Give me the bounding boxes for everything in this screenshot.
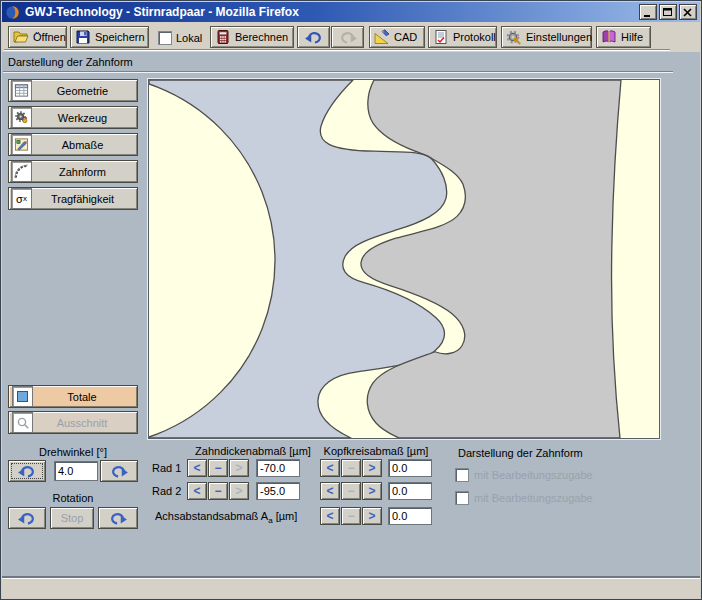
status-bar bbox=[2, 578, 700, 598]
spinner-minus-glyph: − bbox=[214, 461, 221, 475]
settings-button[interactable]: Einstellungen bbox=[501, 26, 592, 48]
undo-icon bbox=[304, 30, 324, 45]
sidebar-item-werkzeug[interactable]: Werkzeug bbox=[8, 106, 138, 129]
spinner-minus-glyph: − bbox=[347, 509, 354, 523]
rad1-kopfkreis-decrease-button[interactable]: < bbox=[320, 459, 340, 477]
rad2-zahndicke-increase-button[interactable]: > bbox=[229, 482, 249, 500]
achsabstand-input[interactable] bbox=[388, 507, 432, 525]
bearbeitungszugabe-1-checkbox[interactable] bbox=[455, 468, 469, 482]
maximize-icon bbox=[663, 8, 673, 17]
minimize-button[interactable] bbox=[639, 4, 657, 20]
local-checkbox[interactable] bbox=[158, 31, 172, 45]
spinner-left-glyph: < bbox=[326, 509, 333, 523]
drehwinkel-label: Drehwinkel [°] bbox=[8, 446, 138, 458]
spinner-right-glyph: > bbox=[368, 461, 375, 475]
save-floppy-icon bbox=[75, 29, 91, 45]
close-button[interactable] bbox=[679, 4, 697, 20]
rad2-zahndicke-reset-button[interactable]: − bbox=[208, 482, 228, 500]
bearbeitungszugabe-2-checkbox[interactable] bbox=[455, 491, 469, 505]
rotate-cw-icon bbox=[109, 464, 129, 479]
gear-mesh-drawing bbox=[149, 80, 659, 438]
achsabstand-reset-button[interactable]: − bbox=[341, 507, 361, 525]
rotate-ccw-icon bbox=[17, 464, 37, 479]
cad-label: CAD bbox=[394, 31, 417, 43]
rad1-zahndicke-increase-button[interactable]: > bbox=[229, 459, 249, 477]
rad2-kopfkreis-decrease-button[interactable]: < bbox=[320, 482, 340, 500]
spinner-minus-glyph: − bbox=[214, 484, 221, 498]
magnifier-icon bbox=[12, 412, 33, 433]
tooth-form-icon bbox=[11, 161, 32, 182]
drehwinkel-input[interactable] bbox=[54, 461, 98, 481]
sidebar-item-abmasse[interactable]: Abmaße bbox=[8, 133, 138, 156]
rad2-zahndicke-input[interactable] bbox=[256, 482, 300, 500]
open-folder-icon bbox=[13, 29, 29, 45]
achsabstand-decrease-button[interactable]: < bbox=[320, 507, 340, 525]
calculate-label: Berechnen bbox=[235, 31, 288, 43]
help-button[interactable]: Hilfe bbox=[596, 26, 651, 48]
save-button[interactable]: Speichern bbox=[70, 26, 149, 48]
tolerances-icon bbox=[11, 134, 32, 155]
rotate-cw-step-button[interactable] bbox=[100, 460, 138, 482]
rad1-label: Rad 1 bbox=[152, 462, 181, 474]
rad2-kopfkreis-reset-button[interactable]: − bbox=[341, 482, 361, 500]
undo-button[interactable] bbox=[297, 26, 330, 48]
achsabstand-increase-button[interactable]: > bbox=[362, 507, 382, 525]
close-icon bbox=[683, 8, 693, 17]
cad-button[interactable]: CAD bbox=[369, 26, 425, 48]
rotate-ccw-step-button[interactable] bbox=[8, 460, 46, 482]
rotation-stop-button[interactable]: Stop bbox=[50, 507, 94, 529]
title-bar: GWJ-Technology - Stirnradpaar - Mozilla … bbox=[2, 2, 700, 22]
totale-view-button[interactable]: Totale bbox=[8, 385, 138, 408]
rad1-zahndicke-reset-button[interactable]: − bbox=[208, 459, 228, 477]
sigma-x-icon: σx bbox=[11, 188, 32, 209]
rad2-kopfkreis-input[interactable] bbox=[388, 482, 432, 500]
rad1-zahndicke-decrease-button[interactable]: < bbox=[187, 459, 207, 477]
achsabstand-label-main: Achsabstandsabmaß A bbox=[155, 510, 268, 522]
spinner-left-glyph: < bbox=[193, 461, 200, 475]
protocol-button[interactable]: Protokoll bbox=[428, 26, 497, 48]
geometry-grid-icon bbox=[11, 80, 32, 101]
settings-label: Einstellungen bbox=[526, 31, 592, 43]
totale-label: Totale bbox=[33, 391, 137, 403]
sidebar-item-zahnform[interactable]: Zahnform bbox=[8, 160, 138, 183]
cad-icon bbox=[374, 29, 390, 45]
spinner-right-glyph: > bbox=[235, 484, 242, 498]
save-label: Speichern bbox=[95, 31, 145, 43]
rotation-cw-button[interactable] bbox=[98, 507, 138, 529]
spinner-left-glyph: < bbox=[326, 484, 333, 498]
sidebar-item-tragfaehigkeit[interactable]: σx Tragfähigkeit bbox=[8, 187, 138, 210]
local-checkbox-label: Lokal bbox=[176, 32, 202, 44]
rad1-kopfkreis-input[interactable] bbox=[388, 459, 432, 477]
open-button[interactable]: Öffnen bbox=[8, 26, 67, 48]
calculate-button[interactable]: Berechnen bbox=[210, 26, 294, 48]
help-label: Hilfe bbox=[621, 31, 643, 43]
spinner-minus-glyph: − bbox=[347, 484, 354, 498]
redo-button[interactable] bbox=[331, 26, 364, 48]
achsabstand-label-unit: [µm] bbox=[273, 510, 298, 522]
rad2-label: Rad 2 bbox=[152, 485, 181, 497]
ausschnitt-label: Ausschnitt bbox=[33, 417, 137, 429]
rad1-kopfkreis-reset-button[interactable]: − bbox=[341, 459, 361, 477]
rad2-kopfkreis-increase-button[interactable]: > bbox=[362, 482, 382, 500]
tool-gear-icon bbox=[11, 107, 32, 128]
rad1-zahndicke-input[interactable] bbox=[256, 459, 300, 477]
sidebar-item-label: Zahnform bbox=[32, 166, 137, 178]
sidebar-item-label: Abmaße bbox=[32, 139, 137, 151]
rad2-zahndicke-decrease-button[interactable]: < bbox=[187, 482, 207, 500]
application-window: GWJ-Technology - Stirnradpaar - Mozilla … bbox=[0, 0, 702, 600]
maximize-button[interactable] bbox=[659, 4, 677, 20]
bearbeitungszugabe-1-label: mit Bearbeitungszugabe bbox=[474, 469, 593, 481]
sigma-glyph: σ bbox=[16, 193, 23, 205]
spinner-minus-glyph: − bbox=[347, 461, 354, 475]
rad1-kopfkreis-increase-button[interactable]: > bbox=[362, 459, 382, 477]
sidebar-item-geometrie[interactable]: Geometrie bbox=[8, 79, 138, 102]
ausschnitt-view-button[interactable]: Ausschnitt bbox=[8, 411, 138, 434]
help-book-icon bbox=[601, 29, 617, 45]
heading-separator bbox=[3, 71, 673, 73]
sigma-sub: x bbox=[23, 194, 27, 203]
kopfkreis-column-header: Kopfkreisabmaß [µm] bbox=[318, 445, 434, 457]
rotation-ccw-button[interactable] bbox=[8, 507, 46, 529]
window-title: GWJ-Technology - Stirnradpaar - Mozilla … bbox=[25, 5, 299, 19]
zahnform-canvas bbox=[148, 79, 660, 439]
spinner-right-glyph: > bbox=[368, 484, 375, 498]
